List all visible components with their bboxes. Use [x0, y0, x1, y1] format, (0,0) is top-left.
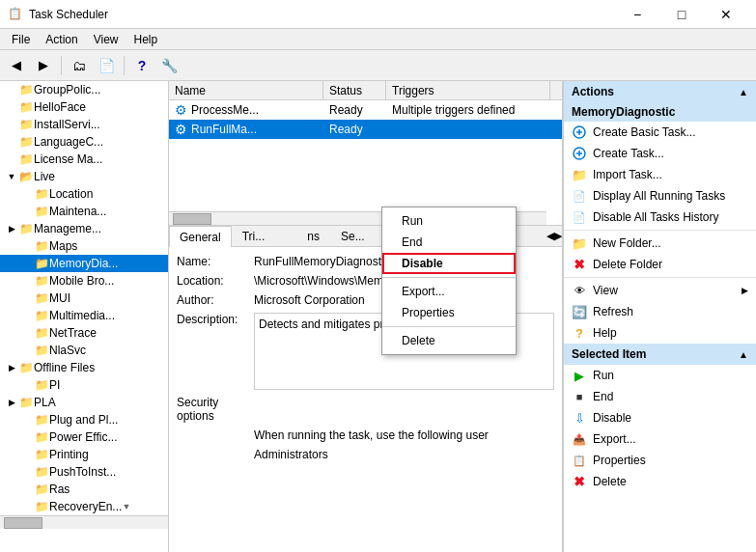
selected-action-end[interactable]: ■ End	[564, 386, 756, 407]
menu-file[interactable]: File	[4, 29, 38, 50]
tab-conditions[interactable]: ns	[296, 226, 330, 246]
selected-action-delete[interactable]: ✖ Delete	[564, 471, 756, 492]
action-create-task[interactable]: Create Task...	[564, 143, 756, 164]
action-disable-history[interactable]: 📄 Disable All Tasks History	[564, 207, 756, 228]
context-menu-run[interactable]: Run	[382, 210, 516, 232]
tree-item-maintenance[interactable]: 📁 Maintena...	[0, 203, 168, 220]
tree-item-recoveryen[interactable]: 📁 RecoveryEn... ▼	[0, 498, 168, 515]
tree-toggle: ▶	[4, 224, 19, 234]
tree-panel: 📁 GroupPolic... 📁 HelloFace 📁 InstallSer…	[0, 81, 169, 552]
tree-item-languagec[interactable]: 📁 LanguageC...	[0, 133, 168, 151]
task-row-0[interactable]: ⚙ ProcessMe... Ready Multiple triggers d…	[169, 100, 562, 120]
folder-button[interactable]: 🗂	[67, 53, 92, 78]
tree-item-ras[interactable]: 📁 Ras	[0, 481, 168, 498]
tree-item-grouppolic[interactable]: 📁 GroupPolic...	[0, 81, 168, 98]
detail-desc-label: Description:	[177, 313, 254, 326]
tree-item-offlinefiles[interactable]: ▶ 📁 Offline Files	[0, 359, 168, 376]
tree-label: Plug and Pl...	[49, 413, 118, 427]
tree-item-installservi[interactable]: 📁 InstallServi...	[0, 116, 168, 133]
selected-properties-label: Properties	[593, 454, 646, 467]
selected-action-disable[interactable]: ⇩ Disable	[564, 407, 756, 428]
context-menu-disable[interactable]: Disable	[382, 253, 516, 274]
action-new-folder[interactable]: 📁 New Folder...	[564, 233, 756, 254]
context-menu-export[interactable]: Export...	[382, 281, 516, 302]
tree-label: GroupPolic...	[34, 83, 100, 97]
selected-action-properties[interactable]: 📋 Properties	[564, 450, 756, 471]
tab-triggers[interactable]: Tri...	[232, 226, 276, 246]
tree-item-maps[interactable]: 📁 Maps	[0, 237, 168, 255]
folder-icon: 📁	[19, 83, 34, 97]
tree-item-licensema[interactable]: 📁 License Ma...	[0, 151, 168, 168]
back-button[interactable]: ◀	[4, 53, 29, 78]
maximize-button[interactable]: □	[659, 0, 704, 29]
tree-item-location[interactable]: 📁 Location	[0, 185, 168, 203]
tree-horizontal-scrollbar[interactable]	[0, 515, 168, 529]
settings-button[interactable]: 🔧	[156, 53, 182, 78]
tab-se[interactable]: Se...	[330, 226, 376, 246]
action-import-task[interactable]: 📁 Import Task...	[564, 164, 756, 185]
task-cell-status-0: Ready	[323, 102, 386, 118]
action-display-running[interactable]: 📄 Display All Running Tasks	[564, 185, 756, 207]
tree-label: RecoveryEn...	[49, 500, 122, 513]
tree-item-nettrace[interactable]: 📁 NetTrace	[0, 324, 168, 342]
display-running-icon: 📄	[572, 188, 587, 204]
tree-item-nlasvc[interactable]: 📁 NlaSvc	[0, 342, 168, 359]
menu-action[interactable]: Action	[38, 29, 85, 50]
tree-item-powereffic[interactable]: 📁 Power Effic...	[0, 428, 168, 446]
selected-action-export[interactable]: 📤 Export...	[564, 428, 756, 450]
tree-item-memorydia[interactable]: 📁 MemoryDia...	[0, 255, 168, 272]
action-delete-folder[interactable]: ✖ Delete Folder	[564, 254, 756, 275]
forward-button[interactable]: ▶	[31, 53, 56, 78]
tree-item-plugandpl[interactable]: 📁 Plug and Pl...	[0, 411, 168, 428]
tree-item-helloface[interactable]: 📁 HelloFace	[0, 98, 168, 116]
tab-prev-button[interactable]: ◀	[546, 230, 554, 242]
tree-item-pushtoinst[interactable]: 📁 PushToInst...	[0, 463, 168, 481]
tree-item-pla[interactable]: ▶ 📁 PLA	[0, 394, 168, 411]
close-button[interactable]: ✕	[704, 0, 748, 29]
action-help[interactable]: ? Help	[564, 322, 756, 344]
tab-general[interactable]: General	[169, 226, 232, 247]
context-menu-properties[interactable]: Properties	[382, 302, 516, 323]
context-menu-delete[interactable]: Delete	[382, 330, 516, 351]
action-refresh[interactable]: 🔄 Refresh	[564, 301, 756, 322]
folder-icon: 📁	[35, 448, 49, 461]
context-menu-sep-2	[382, 326, 516, 327]
task-list-header: Name Status Triggers	[169, 81, 562, 100]
tree-item-live[interactable]: ▼ 📂 Live	[0, 168, 168, 185]
minimize-button[interactable]: −	[615, 0, 659, 29]
tree-item-mui[interactable]: 📁 MUI	[0, 290, 168, 307]
tree-item-multimedia[interactable]: 📁 Multimedia...	[0, 307, 168, 324]
context-menu-end[interactable]: End	[382, 232, 516, 253]
detail-user-value: Administrators	[254, 448, 554, 461]
tab-actions[interactable]	[275, 226, 296, 246]
tree-item-mobilebro[interactable]: 📁 Mobile Bro...	[0, 272, 168, 290]
selected-action-run[interactable]: ▶ Run	[564, 365, 756, 386]
window-controls: − □ ✕	[615, 0, 748, 29]
actions-header: Actions ▲	[564, 81, 756, 102]
tab-nav-arrows: ◀ ▶	[546, 226, 562, 246]
tree-item-manageme[interactable]: ▶ 📁 Manageme...	[0, 220, 168, 237]
scroll-thumb-tasklist	[173, 213, 211, 225]
tree-label: PushToInst...	[49, 465, 116, 479]
actions-collapse-btn[interactable]: ▲	[739, 87, 748, 97]
tree-item-pi[interactable]: 📁 PI	[0, 376, 168, 394]
folder-icon: 📁	[19, 361, 34, 374]
selected-item-collapse-btn[interactable]: ▲	[739, 349, 748, 360]
folder-icon: 📁	[35, 187, 49, 201]
task-row-1[interactable]: ⚙ RunFullMa... Ready	[169, 120, 562, 139]
action-view[interactable]: 👁 View ▶	[564, 280, 756, 301]
tree-label: License Ma...	[34, 152, 102, 166]
tab-next-button[interactable]: ▶	[554, 230, 562, 242]
properties-button[interactable]: 📄	[94, 53, 119, 78]
view-icon: 👁	[572, 283, 587, 298]
action-create-basic-task[interactable]: Create Basic Task...	[564, 122, 756, 143]
task-icon-1: ⚙	[175, 122, 187, 137]
tree-label: PLA	[34, 396, 56, 409]
tree-label: Offline Files	[34, 361, 95, 374]
menu-view[interactable]: View	[86, 29, 126, 50]
help-button-toolbar[interactable]: ?	[129, 53, 154, 78]
tree-toggle: ▶	[4, 398, 19, 407]
disable-history-icon: 📄	[572, 209, 587, 225]
menu-help[interactable]: Help	[126, 29, 166, 50]
tree-item-printing[interactable]: 📁 Printing	[0, 446, 168, 463]
